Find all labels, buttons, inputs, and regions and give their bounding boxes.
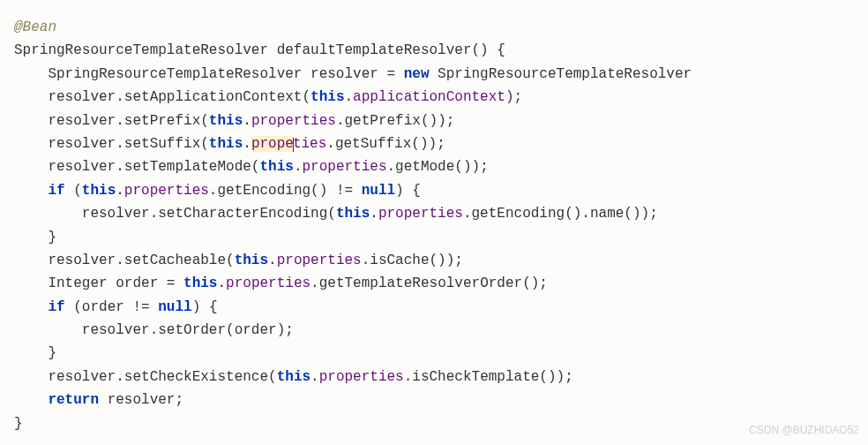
line-decl-order: Integer order = this.properties.getTempl…	[14, 272, 854, 295]
line-return: return resolver;	[14, 388, 854, 411]
line-setprefix: resolver.setPrefix(this.properties.getPr…	[14, 109, 854, 132]
keyword-new: new	[404, 66, 430, 82]
line-setorder: resolver.setOrder(order);	[14, 319, 854, 342]
keyword-if: if	[48, 183, 64, 199]
line-if-close: }	[14, 226, 854, 249]
line-setsuffix: resolver.setSuffix(this.propeties.getSuf…	[14, 132, 854, 155]
line-if-order-close: }	[14, 342, 854, 365]
line-appctx: resolver.setApplicationContext(this.appl…	[14, 86, 854, 109]
keyword-return: return	[48, 392, 99, 408]
line-if-encoding: if (this.properties.getEncoding() != nul…	[14, 179, 854, 202]
line-if-order: if (order != null) {	[14, 296, 854, 319]
keyword-null: null	[362, 183, 395, 199]
line-method-close: }	[14, 412, 854, 435]
field-applicationContext: applicationContext	[353, 89, 505, 105]
keyword-this: this	[311, 89, 344, 105]
line-setcacheable: resolver.setCacheable(this.properties.is…	[14, 249, 854, 272]
line-setencoding: resolver.setCharacterEncoding(this.prope…	[14, 202, 854, 225]
line-annotation: @Bean	[14, 16, 854, 39]
line-decl-resolver: SpringResourceTemplateResolver resolver …	[14, 63, 854, 86]
annotation-bean: @Bean	[14, 19, 56, 35]
code-block: @Bean SpringResourceTemplateResolver def…	[14, 16, 854, 435]
line-method-sig: SpringResourceTemplateResolver defaultTe…	[14, 39, 854, 62]
watermark: CSDN @BUZHIDAO52	[749, 422, 859, 440]
text-caret-highlight: prope	[251, 136, 294, 152]
field-properties: properties	[251, 113, 336, 129]
line-setcheckexist: resolver.setCheckExistence(this.properti…	[14, 366, 854, 388]
line-settemplatemode: resolver.setTemplateMode(this.properties…	[14, 155, 854, 178]
